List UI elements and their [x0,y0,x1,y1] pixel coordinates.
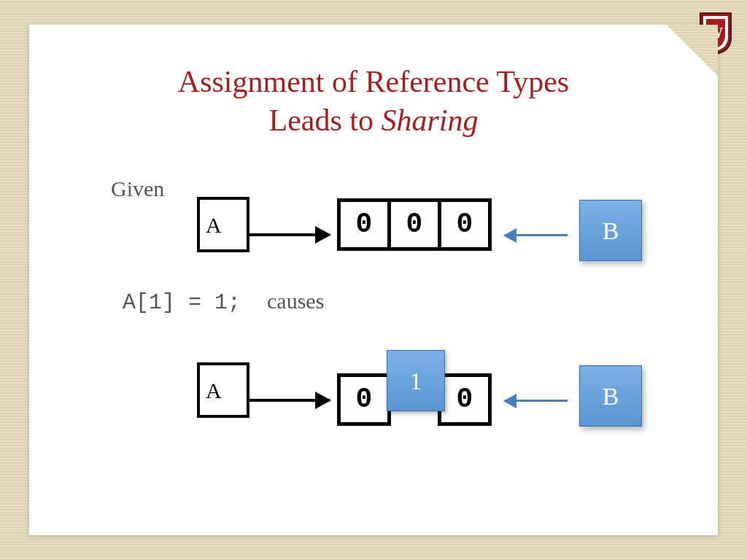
slide-title: Assignment of Reference Types Leads to S… [29,25,718,139]
slide-panel: Assignment of Reference Types Leads to S… [29,25,718,535]
pointer-arrow-left [505,400,568,402]
array-cell: 0 [337,373,391,426]
diagram-row-2: A 00 1 B [197,354,642,426]
title-line-2a: Leads to [269,104,382,137]
causes-word: causes [267,289,324,313]
highlight-overlay: 1 [387,350,445,411]
pointer-arrow-left [505,234,568,236]
array-cell: 0 [337,198,391,251]
array-cells-2: 00 1 [337,354,492,426]
array-cells-1: 000 [337,198,492,251]
label-a: A [206,378,222,403]
array-cell: 0 [387,198,441,251]
pointer-arrow-right [249,233,330,236]
given-label: Given [111,176,164,201]
pointer-arrow-right [249,399,330,402]
title-line-2b: Sharing [381,104,478,137]
array-cell: 0 [438,373,492,426]
variable-box-b: B [579,365,642,427]
corner-fold [667,25,718,76]
code-snippet: A[1] = 1; [123,290,241,315]
array-cell: 0 [438,198,492,251]
label-a: A [206,213,222,238]
variable-box-a: A [197,197,249,252]
causes-line: A[1] = 1; causes [123,289,324,315]
diagram-row-1: A 000 B [197,194,642,255]
variable-box-a: A [197,362,249,418]
variable-box-b: B [579,200,642,261]
title-line-1: Assignment of Reference Types [178,65,569,98]
